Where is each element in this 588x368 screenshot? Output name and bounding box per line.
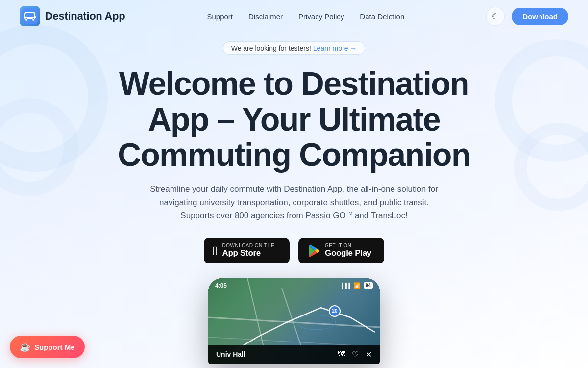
- app-store-sub: Download on the: [222, 243, 275, 248]
- moon-icon: ☾: [492, 12, 499, 21]
- svg-point-4: [32, 19, 35, 21]
- hero-title: Welcome to Destination App – Your Ultima…: [103, 66, 485, 173]
- phone-screen: 4:05 ▐▐▐ 📶 94: [208, 278, 380, 364]
- svg-point-3: [25, 19, 28, 21]
- app-name: Destination App: [45, 10, 125, 23]
- apple-icon: : [213, 244, 218, 257]
- tester-text: We are looking for testers!: [231, 44, 311, 52]
- wifi-icon: 📶: [353, 282, 361, 289]
- phone-bottom-bar: Univ Hall 🗺 ♡ ✕: [208, 345, 380, 364]
- nav-support[interactable]: Support: [207, 12, 233, 21]
- phone-status-bar: 4:05 ▐▐▐ 📶 94: [208, 278, 380, 291]
- logo-link[interactable]: Destination App: [20, 6, 125, 26]
- app-store-text: Download on the App Store: [222, 243, 275, 258]
- download-button[interactable]: Download: [512, 8, 568, 25]
- coffee-icon: ☕: [20, 342, 30, 352]
- svg-rect-6: [34, 16, 36, 18]
- highway-badge: 20: [329, 305, 341, 317]
- google-play-text: GET IT ON Google Play: [325, 243, 371, 258]
- nav-privacy[interactable]: Privacy Policy: [298, 12, 344, 21]
- app-store-button[interactable]:  Download on the App Store: [204, 238, 290, 263]
- svg-rect-2: [25, 13, 34, 17]
- tester-banner: We are looking for testers! Learn more →: [223, 41, 366, 55]
- nav-data-deletion[interactable]: Data Deletion: [360, 12, 404, 21]
- dark-mode-toggle[interactable]: ☾: [486, 7, 505, 26]
- phone-status-icons: ▐▐▐ 📶 94: [340, 282, 373, 289]
- nav-disclaimer[interactable]: Disclaimer: [248, 12, 283, 21]
- support-label: Support Me: [34, 343, 75, 351]
- nav-links: Support Disclaimer Privacy Policy Data D…: [207, 12, 404, 21]
- svg-rect-5: [24, 16, 25, 18]
- google-play-main: Google Play: [325, 248, 371, 258]
- phone-action-icons: 🗺 ♡ ✕: [337, 350, 372, 359]
- navbar: Destination App Support Disclaimer Priva…: [0, 0, 588, 32]
- battery-icon: 94: [364, 282, 373, 289]
- tester-learn-more[interactable]: Learn more →: [313, 44, 357, 52]
- close-icon: ✕: [366, 350, 372, 359]
- map-icon: 🗺: [337, 350, 345, 359]
- signal-icon: ▐▐▐: [340, 283, 350, 288]
- nav-right: ☾ Download: [486, 7, 568, 26]
- phone-mockup: 4:05 ▐▐▐ 📶 94: [208, 278, 380, 364]
- support-me-button[interactable]: ☕ Support Me: [10, 336, 85, 358]
- google-play-sub: GET IT ON: [325, 243, 351, 248]
- hero-subtitle: Streamline your daily commute with Desti…: [147, 183, 441, 223]
- app-store-main: App Store: [222, 248, 261, 258]
- phone-time: 4:05: [215, 282, 227, 289]
- store-buttons:  Download on the App Store GET IT ON Go…: [204, 238, 384, 263]
- main-content: We are looking for testers! Learn more →…: [0, 32, 588, 364]
- app-logo-icon: [20, 6, 40, 26]
- google-play-button[interactable]: GET IT ON Google Play: [298, 238, 384, 263]
- station-name: Univ Hall: [216, 350, 245, 358]
- heart-icon: ♡: [352, 350, 359, 359]
- google-play-icon: [307, 244, 320, 257]
